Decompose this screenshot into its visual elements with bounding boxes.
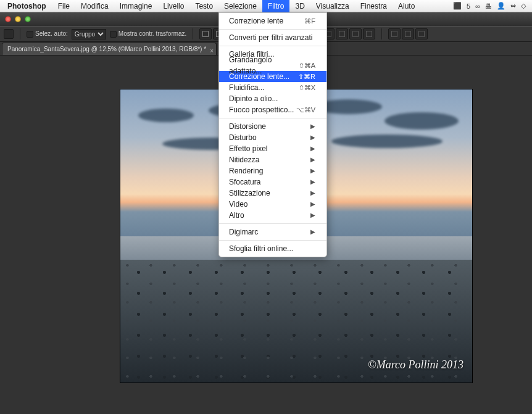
adobe-icon: ⬛ bbox=[453, 2, 462, 10]
image-watermark: ©Marco Pollini 2013 bbox=[368, 358, 463, 371]
show-transform-checkbox[interactable]: Mostra contr. trasformaz. bbox=[110, 30, 187, 38]
mode-cluster bbox=[388, 28, 428, 39]
menuitem-label: Correzione lente bbox=[229, 15, 283, 27]
menuitem-rendering[interactable]: Rendering▶ bbox=[219, 165, 326, 176]
menuitem-shortcut: ⇧⌘X bbox=[299, 82, 315, 93]
menuitem-sfoglia-filtri-online[interactable]: Sfoglia filtri online... bbox=[219, 243, 326, 254]
distribute-5-icon[interactable] bbox=[349, 28, 362, 39]
menuitem-dipinto-a-olio[interactable]: Dipinto a olio... bbox=[219, 93, 326, 104]
submenu-arrow-icon: ▶ bbox=[310, 199, 315, 210]
menuitem-label: Altro bbox=[229, 210, 244, 221]
mode-2-icon[interactable] bbox=[402, 28, 414, 39]
menuitem-correzione-lente[interactable]: Correzione lente⌘F bbox=[219, 15, 326, 27]
menuitem-label: Distorsione bbox=[229, 121, 266, 132]
menuitem-grandangolo-adattato[interactable]: Grandangolo adattato...⇧⌘A bbox=[219, 60, 326, 71]
auto-select-dropdown[interactable]: Gruppo bbox=[72, 29, 106, 39]
menu-finestra[interactable]: Finestra bbox=[355, 0, 393, 12]
submenu-arrow-icon: ▶ bbox=[310, 143, 315, 154]
menuitem-label: Sfoglia filtri online... bbox=[229, 243, 293, 254]
menu-3d[interactable]: 3D bbox=[289, 0, 310, 12]
menuitem-distorsione[interactable]: Distorsione▶ bbox=[219, 121, 326, 132]
submenu-arrow-icon: ▶ bbox=[310, 176, 315, 188]
submenu-arrow-icon: ▶ bbox=[310, 188, 315, 199]
menuitem-label: Disturbo bbox=[229, 132, 257, 143]
user-icon: 👤 bbox=[497, 2, 505, 10]
menu-file[interactable]: File bbox=[52, 0, 75, 12]
auto-select-checkbox[interactable]: Selez. auto: bbox=[27, 30, 68, 38]
align-top-icon[interactable] bbox=[199, 28, 212, 39]
menuitem-shortcut: ⇧⌘A bbox=[299, 60, 315, 71]
printer-icon: 🖶 bbox=[485, 2, 492, 10]
mac-menubar: Photoshop FileModificaImmagineLivelloTes… bbox=[0, 0, 532, 12]
menuitem-label: Rendering bbox=[229, 165, 263, 176]
move-tool-icon[interactable] bbox=[4, 29, 14, 39]
wifi-icon: ◇ bbox=[521, 2, 526, 10]
menuitem-label: Effetto pixel bbox=[229, 143, 267, 154]
submenu-arrow-icon: ▶ bbox=[310, 226, 315, 238]
submenu-arrow-icon: ▶ bbox=[310, 210, 315, 221]
menuitem-label: Sfocatura bbox=[229, 176, 260, 188]
menu-livello[interactable]: Livello bbox=[157, 0, 189, 12]
menuitem-nitidezza[interactable]: Nitidezza▶ bbox=[219, 154, 326, 165]
menuitem-label: Digimarc bbox=[229, 226, 258, 238]
menuitem-label: Dipinto a olio... bbox=[229, 93, 278, 104]
menubar-status: ⬛ 5 ∞ 🖶 👤 ⇔ ◇ bbox=[453, 2, 532, 10]
menu-testo[interactable]: Testo bbox=[189, 0, 218, 12]
sync-icon: ∞ bbox=[475, 2, 480, 10]
status-count: 5 bbox=[467, 2, 470, 10]
menuitem-label: Fuoco prospettico... bbox=[229, 104, 294, 115]
distribute-4-icon[interactable] bbox=[336, 28, 348, 39]
menu-selezione[interactable]: Selezione bbox=[218, 0, 262, 12]
menu-modifica[interactable]: Modifica bbox=[75, 0, 114, 12]
menuitem-video[interactable]: Video▶ bbox=[219, 199, 326, 210]
menuitem-converti-per-filtri-avanzati[interactable]: Converti per filtri avanzati bbox=[219, 32, 326, 43]
menuitem-sfocatura[interactable]: Sfocatura▶ bbox=[219, 176, 326, 188]
document-tab-label: Panoramica_SantaSevera.jpg @ 12,5% (©Mar… bbox=[7, 46, 206, 52]
menuitem-digimarc[interactable]: Digimarc▶ bbox=[219, 226, 326, 238]
menuitem-label: Video bbox=[229, 199, 247, 210]
distribute-6-icon[interactable] bbox=[363, 28, 375, 39]
submenu-arrow-icon: ▶ bbox=[310, 165, 315, 176]
submenu-arrow-icon: ▶ bbox=[310, 121, 315, 132]
expand-icon: ⇔ bbox=[510, 2, 516, 10]
menuitem-fluidifica[interactable]: Fluidifica...⇧⌘X bbox=[219, 82, 326, 93]
menu-immagine[interactable]: Immagine bbox=[114, 0, 158, 12]
menuitem-label: Nitidezza bbox=[229, 154, 259, 165]
submenu-arrow-icon: ▶ bbox=[310, 132, 315, 143]
submenu-arrow-icon: ▶ bbox=[310, 154, 315, 165]
menuitem-label: Stilizzazione bbox=[229, 188, 270, 199]
menuitem-stilizzazione[interactable]: Stilizzazione▶ bbox=[219, 188, 326, 199]
app-name: Photoshop bbox=[0, 2, 52, 10]
menu-aiuto[interactable]: Aiuto bbox=[393, 0, 420, 12]
menuitem-label: Correzione lente... bbox=[229, 71, 289, 82]
menuitem-shortcut: ⌥⌘V bbox=[296, 104, 315, 115]
menuitem-fuoco-prospettico[interactable]: Fuoco prospettico...⌥⌘V bbox=[219, 104, 326, 115]
menuitem-disturbo[interactable]: Disturbo▶ bbox=[219, 132, 326, 143]
mode-1-icon[interactable] bbox=[388, 28, 401, 39]
filter-menu-dropdown: Correzione lente⌘FConverti per filtri av… bbox=[218, 12, 327, 257]
menuitem-label: Converti per filtri avanzati bbox=[229, 32, 312, 43]
menuitem-correzione-lente[interactable]: Correzione lente...⇧⌘R bbox=[219, 71, 326, 82]
menu-visualizza[interactable]: Visualizza bbox=[310, 0, 355, 12]
menu-filtro[interactable]: Filtro bbox=[262, 0, 290, 12]
menuitem-shortcut: ⇧⌘R bbox=[298, 71, 315, 82]
menuitem-effetto-pixel[interactable]: Effetto pixel▶ bbox=[219, 143, 326, 154]
mode-3-icon[interactable] bbox=[415, 28, 428, 39]
menuitem-shortcut: ⌘F bbox=[304, 15, 315, 27]
menuitem-altro[interactable]: Altro▶ bbox=[219, 210, 326, 221]
menuitem-label: Fluidifica... bbox=[229, 82, 264, 93]
menubar-items: FileModificaImmagineLivelloTestoSelezion… bbox=[52, 0, 421, 12]
document-tab[interactable]: Panoramica_SantaSevera.jpg @ 12,5% (©Mar… bbox=[2, 43, 217, 55]
